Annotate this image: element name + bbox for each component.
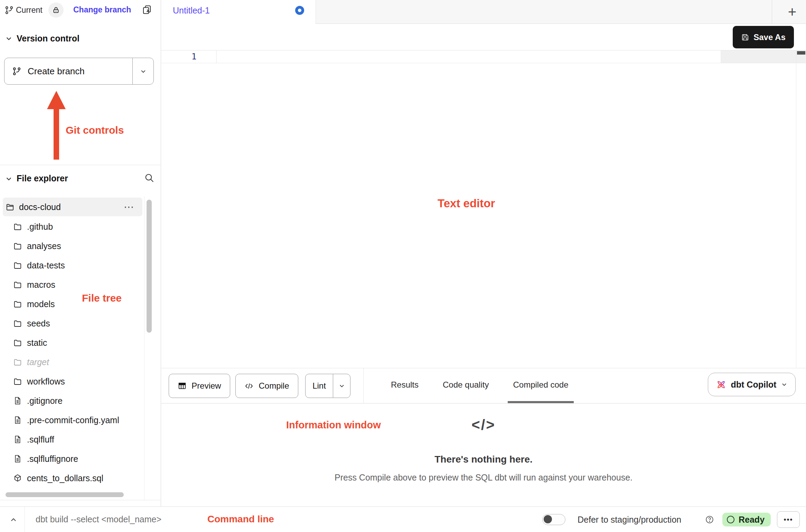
tree-item-label: .sqlfluffignore [27,454,78,464]
tree-item-analyses[interactable]: analyses [0,236,145,256]
save-as-button[interactable]: Save As [733,26,794,48]
tree-item-pre-commit-config-yaml[interactable]: .pre-commit-config.yaml [0,410,145,430]
more-menu-button[interactable]: ••• [777,511,800,528]
folder-icon [13,261,22,270]
compile-label: Compile [259,381,289,391]
panel-divider [363,368,364,403]
file-icon [13,454,22,463]
version-control-title[interactable]: Version control [17,34,79,44]
dbt-copilot-button[interactable]: dbt Copilot [708,373,796,396]
tree-item-docs-cloud[interactable]: docs-cloud ⋯ [3,198,142,216]
tab-compiled-code[interactable]: Compiled code [508,368,573,403]
tab-strip [316,0,806,24]
tree-item-macros[interactable]: macros [0,275,145,294]
create-branch-main[interactable]: Create branch [4,58,132,84]
search-icon[interactable] [144,172,155,183]
tree-horizontal-scrollbar[interactable] [6,492,124,497]
chevron-down-icon [781,381,787,388]
sidebar-bottom-divider [0,500,161,500]
tree-item-label: seeds [27,319,50,329]
annotation-file-tree: File tree [82,292,122,304]
tree-item-label: static [27,338,47,348]
tree-scrollbar-track [144,196,144,500]
copy-branch-icon[interactable] [142,4,152,15]
annotation-arrow [54,108,59,160]
folder-icon [13,222,22,231]
tree-item-label: data-tests [27,260,65,270]
folder-icon [13,358,22,367]
preview-button[interactable]: Preview [169,374,230,398]
tree-item-label: models [27,299,55,309]
tree-item-label: .sqlfluff [27,435,54,445]
tree-item-workflows[interactable]: workflows [0,372,145,391]
lint-label[interactable]: Lint [306,381,333,391]
folder-icon [13,241,22,250]
save-icon [741,33,749,41]
tree-item-static[interactable]: static [0,333,145,352]
tree-item-label: .gitignore [27,396,63,406]
editor-line-1[interactable] [217,50,721,63]
toggle-knob [544,515,552,523]
tree-item-seeds[interactable]: seeds [0,314,145,333]
line-number: 1 [191,52,196,61]
empty-state-title: There's nothing here. [161,454,806,465]
status-badge: Ready [722,513,771,526]
folder-icon [13,377,22,386]
change-branch-link[interactable]: Change branch [73,5,131,15]
create-branch-dropdown[interactable] [133,58,153,84]
file-tree: docs-cloud ⋯ .githubanalysesdata-testsma… [0,197,145,488]
sidebar-divider [0,165,161,165]
help-icon[interactable] [705,515,714,524]
result-action-bar: Preview Compile Lint Results Code qualit… [161,368,806,403]
tree-item-gitignore[interactable]: .gitignore [0,391,145,410]
tree-item-models[interactable]: models [0,294,145,314]
command-bar-divider [25,507,25,532]
tree-item-label: cents_to_dollars.sql [27,473,103,483]
folder-icon [13,338,22,347]
status-ring-icon [727,516,734,523]
tree-item-target[interactable]: target [0,352,145,372]
lint-button[interactable]: Lint [305,374,350,398]
file-icon [13,416,22,425]
tab-code-quality[interactable]: Code quality [438,368,494,403]
tree-item-label: docs-cloud [19,202,61,212]
tree-item-label: .github [27,222,53,232]
annotation-git-controls: Git controls [66,124,124,136]
editor-gutter [161,50,216,63]
tree-item-sqlfluff[interactable]: .sqlfluff [0,430,145,449]
empty-code-icon: </> [161,417,806,433]
editor-scrollbar-thumb[interactable] [797,51,805,55]
model-icon [13,474,22,483]
git-branch-icon [4,6,14,15]
editor-toolbar: Save As [161,24,806,50]
tree-item-sqlfluffignore[interactable]: .sqlfluffignore [0,449,145,468]
new-tab-button[interactable]: + [778,0,806,24]
file-explorer-title[interactable]: File explorer [17,173,68,183]
version-control-collapse-icon[interactable] [5,35,12,42]
tab-untitled-1[interactable]: Untitled-1 [161,0,316,24]
tree-item-github[interactable]: .github [0,217,145,236]
defer-toggle[interactable] [542,514,565,525]
file-icon [13,435,22,444]
tree-item-cents-to-dollars-sql[interactable]: cents_to_dollars.sql [0,468,145,488]
folder-icon [13,300,22,308]
tab-results[interactable]: Results [386,368,424,403]
compile-button[interactable]: Compile [235,374,298,398]
create-branch-button[interactable]: Create branch [4,58,154,85]
preview-label: Preview [191,381,221,391]
tab-strip-divider [772,0,772,24]
tree-item-data-tests[interactable]: data-tests [0,256,145,275]
file-explorer-collapse-icon[interactable] [5,175,12,182]
information-window: Information window </> There's nothing h… [161,403,806,506]
tree-vertical-scrollbar[interactable] [147,200,152,333]
chevron-up-icon[interactable] [10,516,17,524]
status-label: Ready [739,515,765,525]
command-input[interactable]: dbt build --select <model_name> [36,514,161,524]
tab-title: Untitled-1 [173,6,210,16]
lint-dropdown[interactable] [333,383,350,389]
branch-lock-chip [48,2,64,18]
text-editor[interactable]: 1 Text editor [161,50,806,368]
code-icon [244,381,254,391]
annotation-command-line: Command line [207,514,274,525]
result-tabs: Results Code quality Compiled code [386,368,574,403]
